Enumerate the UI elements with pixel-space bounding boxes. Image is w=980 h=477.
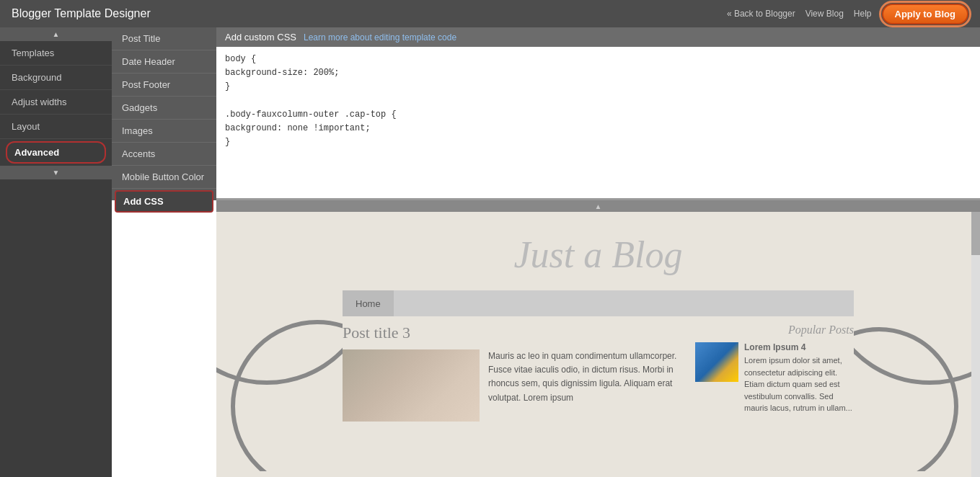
sidebar-item-layout[interactable]: Layout (0, 115, 112, 139)
post-body: Mauris ac leo in quam condimentum ullamc… (343, 349, 681, 426)
popular-post-title: Lorem Ipsum 4 (744, 342, 854, 352)
popular-post-content: Lorem Ipsum 4 Lorem ipsum dolor sit amet… (744, 342, 854, 414)
scrollbar-thumb[interactable] (971, 212, 980, 255)
sub-item-date-header[interactable]: Date Header (112, 50, 216, 73)
designer-body: ▲ Templates Background Adjust widths Lay… (0, 27, 980, 477)
popular-post-item: Lorem Ipsum 4 Lorem ipsum dolor sit amet… (695, 342, 854, 414)
css-header-label: Add custom CSS (225, 32, 296, 43)
sidebar-item-background[interactable]: Background (0, 66, 112, 90)
sub-item-gadgets[interactable]: Gadgets (112, 97, 216, 120)
css-learn-more-link[interactable]: Learn more about editing template code (304, 32, 456, 43)
widget-title: Popular Posts (695, 324, 854, 336)
sidebar-item-adjust-widths[interactable]: Adjust widths (0, 90, 112, 115)
blog-nav: Home (343, 290, 854, 316)
scrollbar[interactable] (971, 212, 980, 477)
blog-background: Just a Blog Home Post title 3 (216, 212, 980, 471)
sidebar: ▲ Templates Background Adjust widths Lay… (0, 27, 112, 477)
post-title: Post title 3 (343, 324, 681, 342)
deco-right (854, 212, 980, 471)
css-panel: Add custom CSS Learn more about editing … (216, 27, 980, 200)
apply-to-blog-button[interactable]: Apply to Blog (882, 4, 969, 24)
sub-item-post-footer[interactable]: Post Footer (112, 73, 216, 97)
popular-post-image (695, 342, 738, 382)
css-textarea[interactable]: body { background-size: 200%; } .body-fa… (216, 47, 980, 198)
sub-item-accents[interactable]: Accents (112, 143, 216, 166)
divider-arrow-icon: ▲ (595, 202, 602, 210)
content-area: Add custom CSS Learn more about editing … (216, 27, 980, 477)
blog-content: Post title 3 Mauris ac leo in quam condi… (343, 324, 854, 432)
top-bar: Blogger Template Designer « Back to Blog… (0, 0, 980, 27)
post-image-inner (343, 349, 480, 422)
divider-bar[interactable]: ▲ (216, 200, 980, 212)
blog-sidebar: Popular Posts Lorem Ipsum 4 Lorem ipsum … (695, 324, 854, 432)
sub-item-post-title[interactable]: Post Title (112, 27, 216, 50)
popular-post-text: Lorem ipsum dolor sit amet, consectetur … (744, 355, 854, 414)
blog-main: Post title 3 Mauris ac leo in quam condi… (343, 324, 681, 432)
app-title: Blogger Template Designer (12, 7, 151, 20)
sidebar-scroll-down[interactable]: ▼ (0, 166, 112, 179)
view-blog-link[interactable]: View Blog (805, 9, 844, 19)
sidebar-item-advanced[interactable]: Advanced (6, 141, 106, 164)
advanced-sub-panel: Post Title Date Header Post Footer Gadge… (112, 27, 216, 200)
help-link[interactable]: Help (854, 9, 872, 19)
deco-left (216, 212, 343, 471)
sub-item-images[interactable]: Images (112, 120, 216, 143)
sub-item-add-css[interactable]: Add CSS (115, 190, 213, 213)
sidebar-scroll-up[interactable]: ▲ (0, 27, 112, 41)
sidebar-item-templates[interactable]: Templates (0, 41, 112, 66)
top-bar-actions: « Back to Blogger View Blog Help Apply t… (727, 4, 968, 24)
blog-preview: Just a Blog Home Post title 3 (216, 212, 980, 477)
back-to-blogger-link[interactable]: « Back to Blogger (727, 9, 795, 19)
sub-item-mobile-button-color[interactable]: Mobile Button Color (112, 166, 216, 189)
post-image (343, 349, 480, 422)
css-header: Add custom CSS Learn more about editing … (216, 27, 980, 47)
blog-nav-home[interactable]: Home (343, 290, 394, 316)
